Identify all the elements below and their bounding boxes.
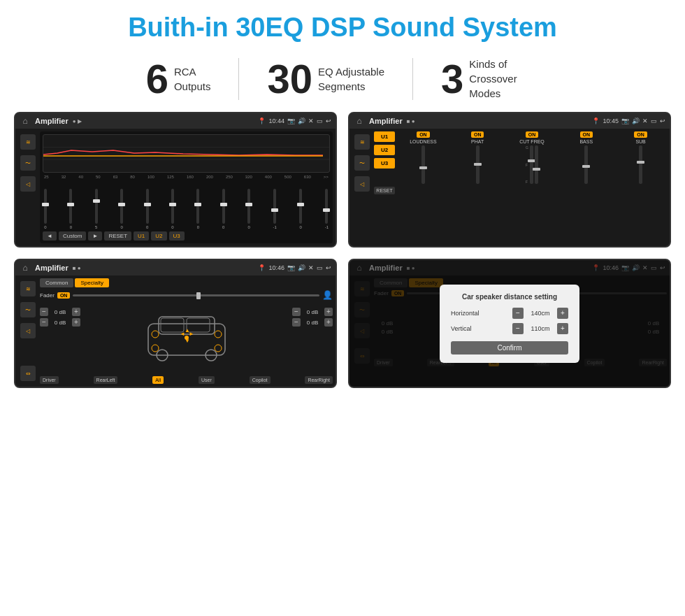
slider-track[interactable] (44, 189, 47, 224)
confirm-button[interactable]: Confirm (451, 341, 568, 354)
back-icon-1[interactable]: ↩ (326, 117, 331, 124)
fader-slider[interactable] (73, 294, 319, 296)
eq-icon-2[interactable]: ≋ (354, 134, 370, 150)
vertical-value: 110cm (526, 325, 554, 332)
rearleft-btn[interactable]: RearLeft (94, 376, 118, 384)
u3-preset[interactable]: U3 (374, 158, 395, 169)
fader-label: Fader (40, 292, 55, 299)
cross-body: ≋ 〜 ◁ ⇔ Common Specialty Fader ON (15, 275, 336, 387)
plus-btn-tl[interactable]: + (72, 308, 80, 316)
u1-btn[interactable]: U1 (134, 231, 149, 241)
dialog-title: Car speaker distance setting (451, 293, 568, 301)
slider-thumb (118, 203, 125, 206)
back-icon-3[interactable]: ↩ (326, 264, 331, 271)
statusbar-2: ⌂ Amplifier ■ ● 📍 10:45 📷 🔊 ✕ ▭ ↩ (349, 113, 670, 129)
slider-track[interactable] (95, 189, 98, 224)
driver-btn[interactable]: Driver (40, 376, 59, 384)
slider-track[interactable] (299, 189, 302, 224)
ch-bass: ON BASS (560, 131, 612, 194)
status-right-1: 📍 10:44 📷 🔊 ✕ ▭ ↩ (258, 117, 331, 124)
on-badge-phat: ON (471, 131, 484, 138)
stat-eq: 30 EQ AdjustableSegments (239, 59, 412, 99)
phat-slider[interactable] (476, 145, 480, 184)
u2-btn[interactable]: U2 (151, 231, 166, 241)
rearright-btn[interactable]: RearRight (305, 376, 333, 384)
minus-btn-bl[interactable]: − (40, 318, 48, 327)
svg-rect-4 (161, 318, 184, 332)
slider-col-2: 0 (69, 189, 72, 229)
cross-sidebar: ≋ 〜 ◁ ⇔ (18, 278, 38, 384)
wave-icon[interactable]: 〜 (20, 155, 36, 171)
app-title-2: Amplifier (369, 117, 403, 125)
slider-track[interactable] (222, 189, 225, 224)
back-icon-2[interactable]: ↩ (660, 117, 665, 124)
user-btn[interactable]: User (199, 376, 215, 384)
home-icon-3[interactable]: ⌂ (20, 262, 31, 273)
db-row-topleft: − 0 dB + (40, 308, 80, 316)
slider-track[interactable] (120, 189, 123, 224)
all-btn[interactable]: All (152, 376, 164, 384)
status-right-3: 📍 10:46 📷 🔊 ✕ ▭ ↩ (258, 264, 331, 271)
speaker-icon-2: 🔊 (632, 117, 640, 124)
vertical-label: Vertical (451, 325, 472, 332)
next-btn[interactable]: ► (88, 231, 102, 241)
stat-crossover: 3 Kinds ofCrossover Modes (413, 57, 567, 101)
fader-thumb (196, 292, 201, 299)
slider-track[interactable] (247, 189, 250, 224)
vertical-minus[interactable]: − (512, 323, 524, 334)
bass-slider[interactable] (584, 145, 588, 184)
wave-icon-2[interactable]: 〜 (354, 155, 370, 171)
u3-btn[interactable]: U3 (169, 231, 185, 241)
prev-btn[interactable]: ◄ (43, 231, 57, 241)
vol-icon[interactable]: ◁ (20, 176, 36, 192)
sub-slider[interactable] (639, 145, 642, 184)
slider-track[interactable] (69, 189, 72, 224)
plus-btn-bl[interactable]: + (72, 318, 80, 327)
loudness-slider[interactable] (421, 145, 425, 184)
vol-icon-2[interactable]: ◁ (354, 176, 370, 192)
status-dots-3: ■ ● (73, 265, 81, 271)
slider-track[interactable] (146, 189, 149, 224)
camera-icon-2: 📷 (621, 117, 629, 124)
cutfreq-slider-2[interactable] (535, 145, 538, 184)
slider-track[interactable] (273, 189, 276, 224)
plus-btn-tr[interactable]: + (324, 308, 333, 316)
slider-track[interactable] (171, 189, 174, 224)
dialog-overlay: Car speaker distance setting Horizontal … (349, 260, 670, 387)
custom-btn[interactable]: Custom (59, 231, 87, 241)
tab-common[interactable]: Common (40, 278, 73, 287)
tab-specialty[interactable]: Specialty (75, 278, 108, 287)
plus-btn-br[interactable]: + (324, 318, 333, 327)
db-row-bottomleft: − 0 dB + (40, 318, 80, 327)
eq-screen-body: ≋ 〜 ◁ (15, 129, 336, 246)
copilot-btn[interactable]: Copilot (250, 376, 271, 384)
vertical-plus[interactable]: + (557, 323, 568, 334)
reset-btn[interactable]: RESET (104, 231, 131, 241)
eq-icon[interactable]: ≋ (20, 134, 36, 150)
minus-btn-br[interactable]: − (292, 318, 301, 327)
minus-btn-tl[interactable]: − (40, 308, 48, 316)
eq-sidebar: ≋ 〜 ◁ (18, 131, 38, 243)
horizontal-label: Horizontal (451, 310, 480, 317)
home-icon[interactable]: ⌂ (20, 115, 31, 127)
wave-icon-3[interactable]: 〜 (20, 302, 36, 317)
slider-track[interactable] (325, 189, 328, 224)
arrows-icon-3[interactable]: ⇔ (20, 366, 36, 381)
horizontal-plus[interactable]: + (557, 308, 568, 319)
horizontal-minus[interactable]: − (512, 308, 524, 319)
slider-col-7: 0 (196, 189, 199, 229)
eq-icon-3[interactable]: ≋ (20, 281, 36, 296)
u2-preset[interactable]: U2 (374, 145, 395, 155)
cutfreq-sliders: G F F (526, 145, 538, 184)
slider-thumb (533, 168, 540, 171)
amp-sidebar: ≋ 〜 ◁ (352, 131, 372, 194)
home-icon-2[interactable]: ⌂ (354, 115, 365, 127)
slider-thumb (245, 203, 252, 206)
u1-preset[interactable]: U1 (374, 131, 395, 142)
reset-btn-2[interactable]: RESET (374, 187, 395, 194)
vol-icon-3[interactable]: ◁ (20, 323, 36, 338)
minus-btn-tr[interactable]: − (292, 308, 301, 316)
horizontal-value: 140cm (526, 310, 554, 317)
slider-track[interactable] (196, 189, 199, 224)
cutfreq-slider-1[interactable] (530, 145, 533, 184)
